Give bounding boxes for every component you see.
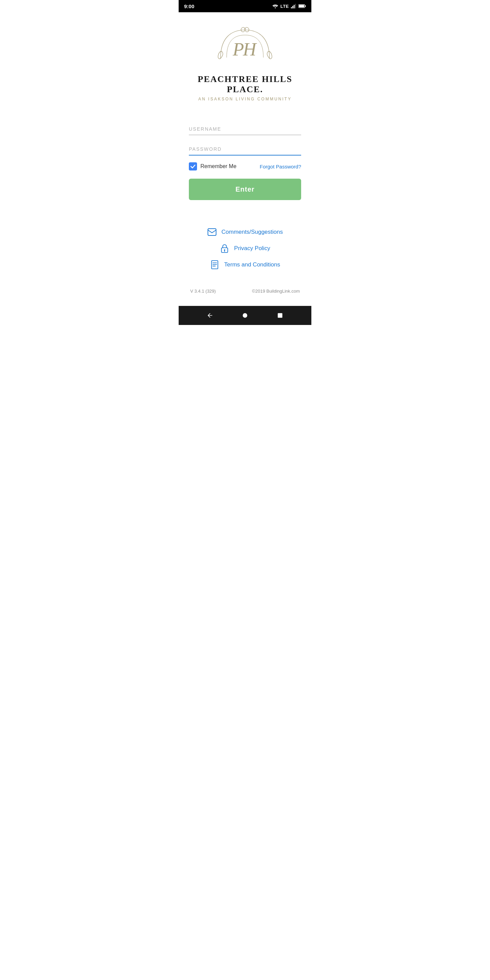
privacy-policy-label: Privacy Policy <box>234 245 270 252</box>
terms-conditions-link[interactable]: Terms and Conditions <box>210 260 280 269</box>
username-input[interactable] <box>189 122 301 135</box>
svg-rect-9 <box>208 229 216 235</box>
brand-name: PEACHTREE HILLS PLACE. <box>189 74 301 95</box>
comments-suggestions-label: Comments/Suggestions <box>221 229 283 235</box>
lte-label: LTE <box>280 4 289 9</box>
email-icon <box>207 227 217 237</box>
username-group <box>189 122 301 135</box>
svg-text:P: P <box>232 39 244 60</box>
password-input[interactable] <box>189 142 301 156</box>
comments-suggestions-link[interactable]: Comments/Suggestions <box>207 227 283 237</box>
form-section: Remember Me Forgot Password? Enter <box>189 122 301 200</box>
brand-monogram: P H <box>215 22 275 70</box>
remember-row: Remember Me Forgot Password? <box>189 162 301 170</box>
checkmark-icon <box>191 165 195 169</box>
status-bar: 9:00 LTE <box>179 0 311 12</box>
signal-icon <box>291 4 296 8</box>
svg-text:H: H <box>243 39 257 60</box>
version-text: V 3.4.1 (329) <box>190 288 216 294</box>
back-icon <box>207 312 213 319</box>
battery-icon <box>298 4 306 8</box>
terms-conditions-label: Terms and Conditions <box>224 261 280 268</box>
remember-me-label: Remember Me <box>200 163 237 169</box>
back-button[interactable] <box>204 309 216 321</box>
status-icons: LTE <box>272 4 306 9</box>
password-group <box>189 142 301 156</box>
document-icon <box>210 260 220 269</box>
svg-rect-1 <box>292 6 293 8</box>
status-time: 9:00 <box>184 3 194 9</box>
home-button[interactable] <box>239 309 251 321</box>
remember-left: Remember Me <box>189 162 237 170</box>
logo-section: P H PEACHTREE HILLS PLACE. AN ISAKSON LI… <box>189 22 301 102</box>
remember-me-checkbox[interactable] <box>189 162 197 170</box>
svg-rect-6 <box>299 5 304 7</box>
brand-subtitle: AN ISAKSON LIVING COMMUNITY <box>198 97 292 102</box>
svg-rect-3 <box>295 4 296 8</box>
svg-rect-0 <box>291 7 292 8</box>
recent-apps-icon <box>277 312 283 318</box>
recent-apps-button[interactable] <box>274 309 286 321</box>
bottom-nav <box>179 306 311 325</box>
lock-icon <box>220 243 229 253</box>
version-bar: V 3.4.1 (329) ©2019 BuildingLink.com <box>189 283 301 299</box>
svg-rect-5 <box>305 5 305 7</box>
links-section: Comments/Suggestions Privacy Policy <box>189 227 301 269</box>
copyright-text: ©2019 BuildingLink.com <box>252 288 300 294</box>
svg-rect-18 <box>278 313 283 318</box>
forgot-password-link[interactable]: Forgot Password? <box>259 164 301 169</box>
home-icon <box>242 312 248 319</box>
svg-point-17 <box>243 313 247 318</box>
privacy-policy-link[interactable]: Privacy Policy <box>220 243 270 253</box>
svg-rect-2 <box>294 5 295 8</box>
main-content: P H PEACHTREE HILLS PLACE. AN ISAKSON LI… <box>179 12 311 306</box>
wifi-icon <box>272 4 278 8</box>
enter-button[interactable]: Enter <box>189 179 301 200</box>
